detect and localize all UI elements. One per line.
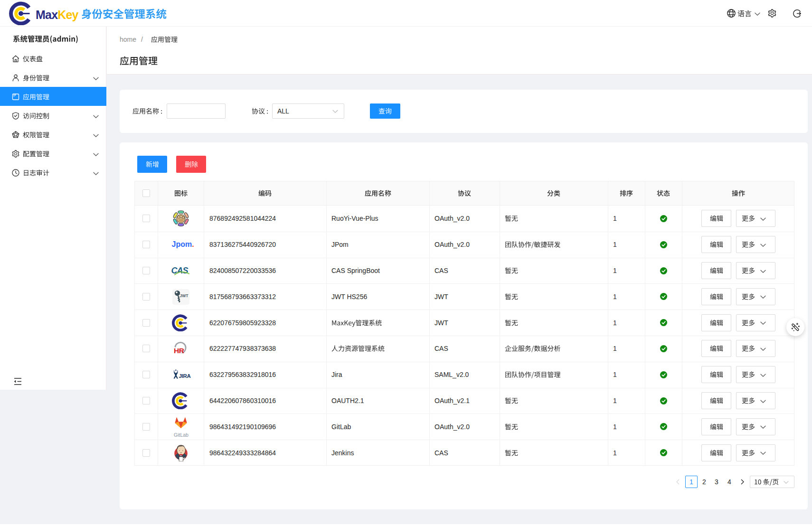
svg-text:GitLab: GitLab	[174, 432, 189, 437]
svg-text:JIRA: JIRA	[179, 373, 190, 379]
svg-text:HR: HR	[174, 347, 184, 355]
svg-text:JWT: JWT	[179, 293, 189, 298]
